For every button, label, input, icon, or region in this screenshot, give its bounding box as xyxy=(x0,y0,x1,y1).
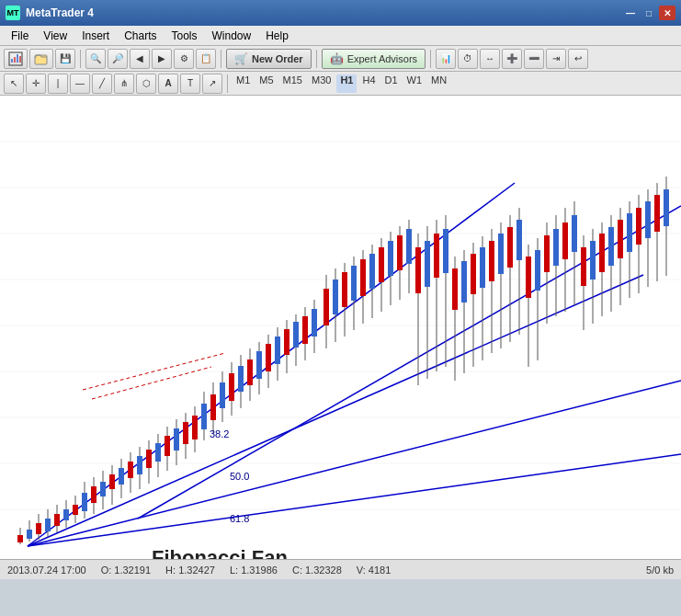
template-button[interactable]: 📋 xyxy=(196,49,216,69)
window-controls: — □ ✕ xyxy=(622,6,675,20)
cursor-tool[interactable]: ↖ xyxy=(4,74,24,94)
tf-w1[interactable]: W1 xyxy=(403,74,426,93)
menu-insert[interactable]: Insert xyxy=(74,28,117,44)
menu-help[interactable]: Help xyxy=(258,28,296,44)
svg-rect-98 xyxy=(360,259,366,296)
svg-rect-44 xyxy=(109,474,115,489)
svg-rect-104 xyxy=(388,241,393,276)
zoom-out-button[interactable]: 🔎 xyxy=(108,49,128,69)
menu-view[interactable]: View xyxy=(36,28,74,44)
maximize-button[interactable]: □ xyxy=(641,6,657,20)
svg-rect-130 xyxy=(507,227,513,268)
menu-charts[interactable]: Charts xyxy=(117,28,164,44)
vertical-line-tool[interactable]: | xyxy=(48,74,68,94)
svg-rect-108 xyxy=(406,229,412,264)
chart-area[interactable]: 38.2 50.0 61.8 Fibonacci Fan xyxy=(0,96,681,559)
tf-m5[interactable]: M5 xyxy=(255,74,277,93)
pitchfork-tool[interactable]: ⋔ xyxy=(114,74,134,94)
menu-tools[interactable]: Tools xyxy=(165,28,205,44)
fit-button[interactable]: ↔ xyxy=(480,49,500,69)
save-button[interactable]: 💾 xyxy=(55,49,75,69)
svg-text:50.0: 50.0 xyxy=(230,471,249,482)
svg-text:38.2: 38.2 xyxy=(210,428,229,439)
separator-2 xyxy=(221,50,221,68)
svg-rect-116 xyxy=(443,229,448,273)
svg-rect-114 xyxy=(434,234,439,278)
tf-h4[interactable]: H4 xyxy=(358,74,379,93)
new-chart-button[interactable] xyxy=(4,49,28,69)
svg-rect-138 xyxy=(544,235,550,272)
svg-rect-60 xyxy=(183,422,188,444)
status-high: H: 1.32427 xyxy=(165,565,215,576)
menu-file[interactable]: File xyxy=(4,28,36,44)
separator-4 xyxy=(430,50,431,68)
svg-rect-154 xyxy=(618,220,623,258)
minimize-button[interactable]: — xyxy=(622,6,639,20)
separator-draw xyxy=(227,74,228,93)
status-close: C: 1.32328 xyxy=(292,565,342,576)
svg-rect-110 xyxy=(415,247,421,293)
svg-text:Fibonacci Fan: Fibonacci Fan xyxy=(152,546,288,559)
svg-rect-54 xyxy=(155,443,161,462)
svg-rect-136 xyxy=(535,250,540,291)
title-bar: MT MetaTrader 4 — □ ✕ xyxy=(0,0,681,26)
svg-rect-88 xyxy=(312,309,317,337)
svg-rect-32 xyxy=(54,514,60,526)
svg-rect-24 xyxy=(17,535,23,542)
svg-text:61.8: 61.8 xyxy=(230,513,249,524)
scroll-right-button[interactable]: ▶ xyxy=(152,49,172,69)
svg-rect-74 xyxy=(247,359,253,385)
chart-shift-button[interactable]: ⇥ xyxy=(546,49,566,69)
zoom-in-button[interactable]: 🔍 xyxy=(85,49,106,69)
fib-tool[interactable]: ⬡ xyxy=(136,74,156,94)
auto-scroll-button[interactable]: ↩ xyxy=(568,49,588,69)
chart-svg: 38.2 50.0 61.8 Fibonacci Fan xyxy=(0,96,681,559)
svg-rect-34 xyxy=(63,509,69,520)
scroll-left-button[interactable]: ◀ xyxy=(130,49,150,69)
arrow-tool[interactable]: ↗ xyxy=(202,74,222,94)
new-order-button[interactable]: 🛒 New Order xyxy=(226,49,312,69)
properties-button[interactable]: ⚙ xyxy=(174,49,194,69)
svg-rect-106 xyxy=(397,235,403,270)
tf-m1[interactable]: M1 xyxy=(233,74,254,93)
trendline-tool[interactable]: ╱ xyxy=(92,74,112,94)
open-button[interactable] xyxy=(29,49,53,69)
svg-rect-52 xyxy=(146,450,152,468)
tf-h1[interactable]: H1 xyxy=(336,74,357,93)
expert-advisors-button[interactable]: 🤖 Expert Advisors xyxy=(322,49,426,69)
svg-rect-38 xyxy=(82,493,87,511)
new-order-label: New Order xyxy=(252,53,303,64)
svg-rect-92 xyxy=(333,279,338,314)
tf-m15[interactable]: M15 xyxy=(279,74,306,93)
svg-rect-78 xyxy=(266,344,271,371)
zoom-plus-button[interactable]: ➕ xyxy=(502,49,522,69)
label-tool[interactable]: T xyxy=(180,74,200,94)
svg-rect-66 xyxy=(210,394,216,420)
svg-rect-128 xyxy=(498,234,504,274)
svg-rect-64 xyxy=(201,404,207,429)
svg-rect-162 xyxy=(654,195,660,232)
tf-d1[interactable]: D1 xyxy=(381,74,402,93)
indicator-button[interactable]: 📊 xyxy=(436,49,456,69)
period-button[interactable]: ⏱ xyxy=(458,49,478,69)
svg-rect-112 xyxy=(425,241,430,287)
text-tool[interactable]: A xyxy=(158,74,178,94)
status-datetime: 2013.07.24 17:00 xyxy=(7,565,86,576)
horizontal-line-tool[interactable]: — xyxy=(70,74,90,94)
close-button[interactable]: ✕ xyxy=(659,6,675,20)
crosshair-tool[interactable]: ✛ xyxy=(26,74,46,94)
svg-rect-126 xyxy=(489,241,494,281)
svg-rect-152 xyxy=(608,227,614,266)
separator-1 xyxy=(80,50,81,68)
zoom-minus-button[interactable]: ➖ xyxy=(524,49,544,69)
svg-rect-46 xyxy=(119,468,124,485)
svg-rect-134 xyxy=(526,257,531,298)
tf-m30[interactable]: M30 xyxy=(308,74,335,93)
menu-bar: File View Insert Charts Tools Window Hel… xyxy=(0,26,681,46)
toolbar-main: 💾 🔍 🔎 ◀ ▶ ⚙ 📋 🛒 New Order 🤖 Expert Advis… xyxy=(0,46,681,72)
svg-rect-140 xyxy=(553,229,559,266)
status-open: O: 1.32191 xyxy=(101,565,151,576)
tf-mn[interactable]: MN xyxy=(427,74,450,93)
menu-window[interactable]: Window xyxy=(205,28,259,44)
svg-rect-48 xyxy=(128,462,133,478)
